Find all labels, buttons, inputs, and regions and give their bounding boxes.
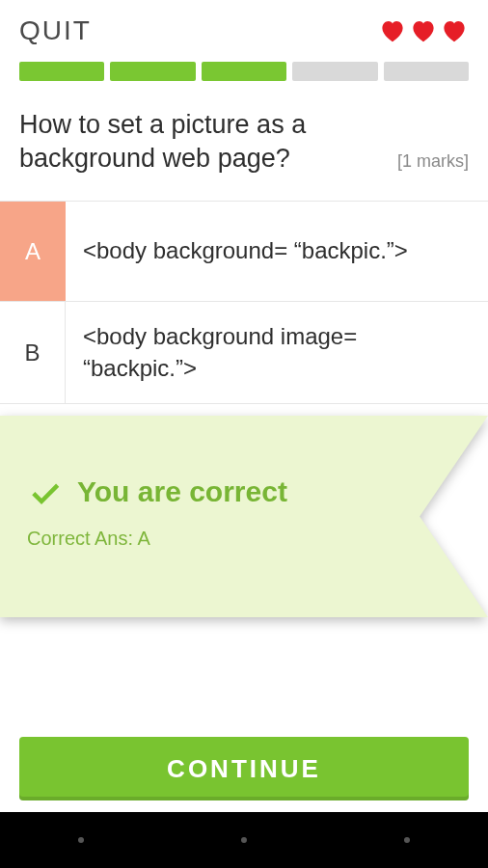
heart-icon (409, 16, 438, 45)
option-key: A (0, 202, 66, 301)
quit-button[interactable]: QUIT (19, 15, 92, 46)
marks-label: [1 marks] (397, 151, 469, 176)
question-block: How to set a picture as a background web… (0, 98, 488, 201)
progress-segment (384, 62, 469, 81)
option-a[interactable]: A <body background= “backpic.”> (0, 202, 488, 302)
header: QUIT (0, 0, 488, 50)
option-key: B (0, 302, 66, 403)
feedback-subtitle: Correct Ans: A (27, 528, 461, 550)
progress-bar (0, 50, 488, 98)
nav-back-icon[interactable] (78, 837, 84, 843)
progress-segment (19, 62, 104, 81)
heart-icon (440, 16, 469, 45)
check-icon (27, 474, 64, 510)
nav-home-icon[interactable] (241, 837, 247, 843)
question-text: How to set a picture as a background web… (19, 108, 386, 176)
options-list: A <body background= “backpic.”> B <body … (0, 201, 488, 404)
continue-button[interactable]: CONTINUE (19, 737, 469, 800)
option-text: <body background= “backpic.”> (66, 202, 488, 301)
feedback-banner: You are correct Correct Ans: A (0, 416, 488, 617)
android-navbar (0, 812, 488, 868)
heart-icon (378, 16, 407, 45)
nav-recent-icon[interactable] (404, 837, 410, 843)
option-text: <body background image= “backpic.”> (66, 302, 488, 403)
progress-segment (110, 62, 195, 81)
progress-segment (202, 62, 286, 81)
progress-segment (292, 62, 377, 81)
footer: CONTINUE (0, 737, 488, 812)
hearts-container (378, 16, 469, 45)
option-b[interactable]: B <body background image= “backpic.”> (0, 302, 488, 404)
feedback-title: You are correct (77, 475, 287, 508)
